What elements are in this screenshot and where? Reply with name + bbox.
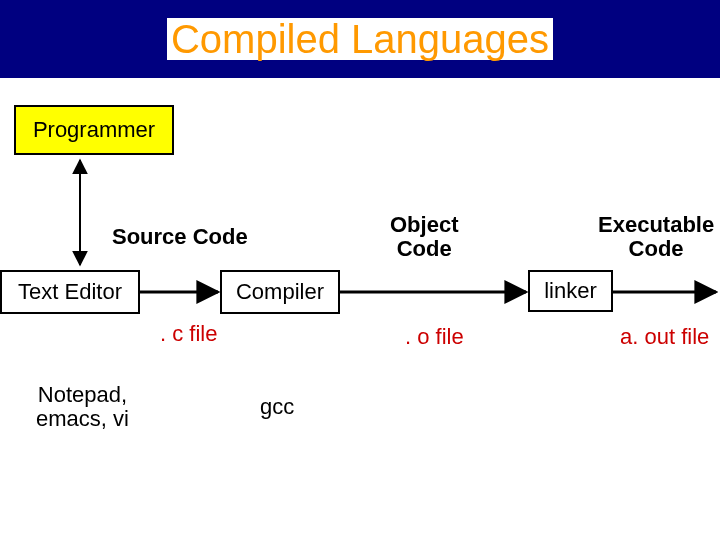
object-code-label: Object Code <box>390 213 458 261</box>
out-file-label: a. out file <box>620 325 709 349</box>
programmer-box: Programmer <box>14 105 174 155</box>
programmer-label: Programmer <box>33 117 155 143</box>
source-code-label: Source Code <box>112 225 248 249</box>
page-title: Compiled Languages <box>167 18 553 60</box>
linker-box: linker <box>528 270 613 312</box>
compiler-label: Compiler <box>236 279 324 305</box>
linker-label: linker <box>544 278 597 304</box>
executable-code-label: Executable Code <box>598 213 714 261</box>
c-file-label: . c file <box>160 322 217 346</box>
compiler-box: Compiler <box>220 270 340 314</box>
title-band: Compiled Languages <box>0 0 720 78</box>
text-editor-label: Text Editor <box>18 279 122 305</box>
o-file-label: . o file <box>405 325 464 349</box>
editors-example-label: Notepad, emacs, vi <box>36 383 129 431</box>
text-editor-box: Text Editor <box>0 270 140 314</box>
compiler-example-label: gcc <box>260 395 294 419</box>
